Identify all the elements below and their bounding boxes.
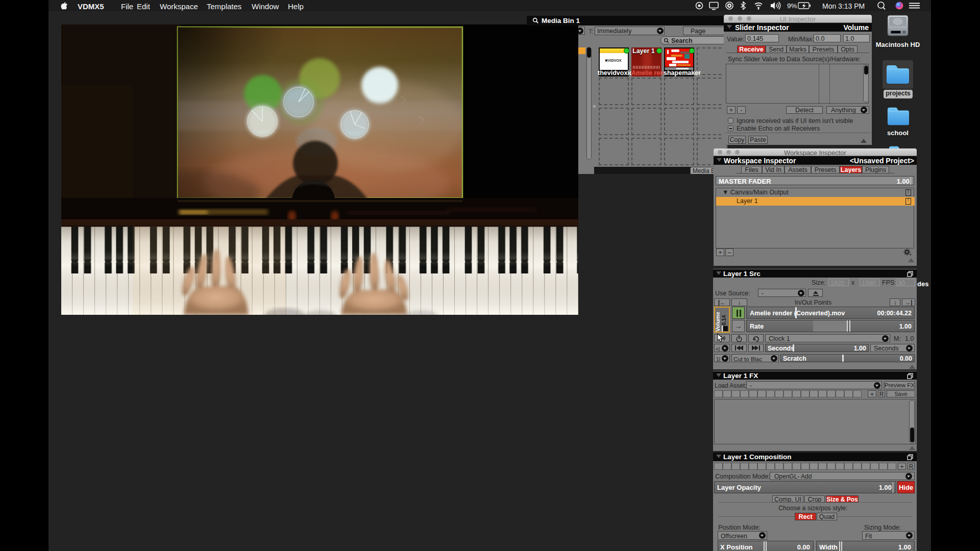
- svg-text:9%: 9%: [787, 2, 797, 10]
- svg-text:Mon 3:13 PM: Mon 3:13 PM: [822, 2, 865, 10]
